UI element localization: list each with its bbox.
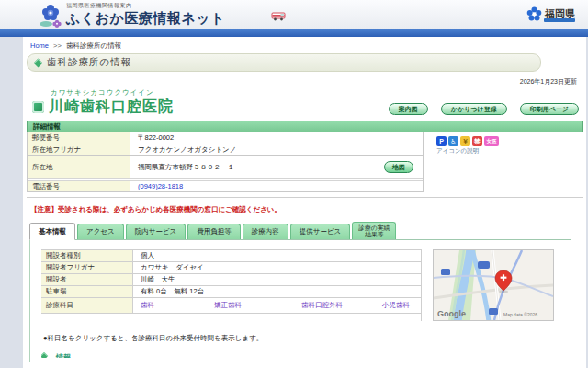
row-label: 所在地フリガナ <box>28 144 130 155</box>
facility-icons-area: P ♿ ￥ 禁 女医 アイコンの説明 <box>424 132 499 192</box>
tab-basic-info[interactable]: 基本情報 <box>29 223 75 240</box>
table-row: 電話番号 (0949)28-1818 <box>28 178 423 192</box>
table-row: 開設者種別 個人 <box>41 250 421 262</box>
row-label: 電話番号 <box>28 181 130 191</box>
details-table: 郵便番号 〒822-0002 所在地フリガナ フクオカケンノオガタシトンノ 所在… <box>27 132 424 192</box>
no-smoking-icon: 禁 <box>472 136 482 146</box>
table-row: 開設者 川崎 大生 <box>41 274 421 286</box>
department-link-pediatric-dentistry[interactable]: 小児歯科 <box>382 301 410 310</box>
row-label: 開設者 <box>41 274 133 285</box>
prefecture-badge <box>544 18 575 22</box>
map-button[interactable]: 地図 <box>384 161 413 173</box>
notice-text: 【注意】受診される際は、必ずあらかじめ各医療機関の窓口にご確認ください。 <box>27 198 584 214</box>
breadcrumb-separator: >> <box>53 41 62 50</box>
address-furigana-value: フクオカケンノオガタシトンノ <box>130 145 423 155</box>
table-row: 診療科目 歯科 矯正歯科 歯科口腔外科 小児歯科 <box>41 298 421 314</box>
partial-section-text: 情報 <box>56 352 71 358</box>
prefecture-logo[interactable]: 福岡県 <box>526 6 575 22</box>
table-row: 所在地 福岡県直方市頓野３８０２－１ 地図 <box>28 156 423 178</box>
print-page-button[interactable]: 印刷用ページ <box>520 103 579 115</box>
site-header: 福岡県医療機関情報案内 ふくおか医療情報ネット 福岡県 <box>0 0 588 29</box>
tab-treatment-details[interactable]: 診療内容 <box>243 224 288 239</box>
route-shield-icon <box>489 308 498 315</box>
basic-info-table: 開設者種別 個人 開設者フリガナ カワサキ ダイセイ 開設者 川崎 大生 駐車場… <box>41 249 422 321</box>
department-link-dentistry[interactable]: 歯科 <box>141 301 214 310</box>
tab-costs[interactable]: 費用負担等 <box>187 224 241 239</box>
barrier-free-icon: ♿ <box>448 136 458 146</box>
content-panel: Home >> 歯科診療所の情報 歯科診療所の情報 2026年1月23日更新 カ… <box>23 37 586 368</box>
credit-card-icon: ￥ <box>460 136 470 146</box>
route-shield-icon <box>441 269 450 275</box>
route-shield-icon <box>478 261 490 269</box>
founder-type-value: 個人 <box>133 251 421 260</box>
row-label: 駐車場 <box>41 286 133 297</box>
table-row: 開設者フリガナ カワサキ ダイセイ <box>41 262 421 274</box>
google-logo: Google <box>437 309 466 318</box>
parking-icon: P <box>436 136 447 146</box>
departments-footnote: ●科目名をクリックすると、各診療科目の外来受付時間を表示します。 <box>41 321 560 343</box>
icons-caption-link[interactable]: アイコンの説明 <box>436 147 499 155</box>
clinic-header: カワサキシカコウクウイイン 川崎歯科口腔医院 案内図 かかりつけ登録 印刷用ペー… <box>27 86 584 121</box>
table-row: 郵便番号 〒822-0002 <box>28 132 423 144</box>
clinic-furigana: カワサキシカコウクウイイン <box>51 88 174 98</box>
tab-results-line2: 結果等 <box>365 231 383 237</box>
updated-date: 2026年1月23日更新 <box>27 72 584 86</box>
tab-in-hospital-services[interactable]: 院内サービス <box>126 224 187 239</box>
address-value: 福岡県直方市頓野３８０２－１ <box>138 163 234 172</box>
row-label: 所在地 <box>28 156 130 178</box>
family-registration-button[interactable]: かかりつけ登録 <box>441 103 507 115</box>
map-attribution: Map data ©2026 <box>503 312 537 317</box>
site-title: ふくおか医療情報ネット <box>66 10 225 28</box>
postal-code-value: 〒822-0002 <box>130 133 423 143</box>
row-label: 郵便番号 <box>28 132 130 144</box>
phone-link[interactable]: (0949)28-1818 <box>138 182 183 190</box>
row-label: 開設者種別 <box>41 250 133 261</box>
row-label: 開設者フリガナ <box>41 262 133 273</box>
tab-access[interactable]: アクセス <box>77 224 124 239</box>
site-subtitle: 福岡県医療機関情報案内 <box>66 2 225 10</box>
prefecture-flower-icon <box>526 6 542 22</box>
parking-value: 有料 0台 無料 12台 <box>133 287 421 296</box>
breadcrumb-home-link[interactable]: Home <box>30 41 49 50</box>
guide-map-button[interactable]: 案内図 <box>389 103 428 115</box>
founder-furigana-value: カワサキ ダイセイ <box>133 263 421 272</box>
tab-provided-services[interactable]: 提供サービス <box>290 224 351 239</box>
tab-results[interactable]: 診療の実績 結果等 <box>352 222 396 239</box>
location-map[interactable]: Google Map data ©2026 <box>433 249 554 321</box>
details-section-header: 詳細情報 <box>27 121 583 132</box>
table-row: 駐車場 有料 0台 無料 12台 <box>41 286 421 298</box>
department-link-orthodontics[interactable]: 矯正歯科 <box>214 301 301 310</box>
details-section: 郵便番号 〒822-0002 所在地フリガナ フクオカケンノオガタシトンノ 所在… <box>27 132 583 192</box>
page-title: 歯科診療所の情報 <box>47 56 131 69</box>
female-doctor-icon: 女医 <box>484 136 499 146</box>
tab-results-line1: 診療の実績 <box>358 224 390 231</box>
founder-name-value: 川崎 大生 <box>133 275 421 284</box>
diamond-icon <box>34 58 43 67</box>
site-logo[interactable]: 福岡県医療機関情報案内 ふくおか医療情報ネット <box>39 2 225 28</box>
breadcrumb: Home >> 歯科診療所の情報 <box>27 40 584 53</box>
basic-info-panel: 開設者種別 個人 開設者フリガナ カワサキ ダイセイ 開設者 川崎 大生 駐車場… <box>29 239 571 362</box>
partial-section-link[interactable]: 情報 <box>41 352 560 358</box>
table-row: 所在地フリガナ フクオカケンノオガタシトンノ <box>28 144 423 156</box>
breadcrumb-current: 歯科診療所の情報 <box>66 41 121 50</box>
ambulance-icon <box>271 11 286 21</box>
tab-strip: 基本情報 アクセス 院内サービス 費用負担等 診療内容 提供サービス 診療の実績… <box>29 222 584 239</box>
flower-logo-icon <box>39 4 62 28</box>
clinic-bullet-icon <box>32 101 44 113</box>
page-title-bar: 歯科診療所の情報 <box>27 53 541 72</box>
clinic-name: 川崎歯科口腔医院 <box>49 98 174 117</box>
header-divider-bar <box>0 29 588 37</box>
department-link-oral-surgery[interactable]: 歯科口腔外科 <box>301 301 382 310</box>
row-label: 診療科目 <box>41 298 133 313</box>
diamond-icon <box>41 352 48 358</box>
